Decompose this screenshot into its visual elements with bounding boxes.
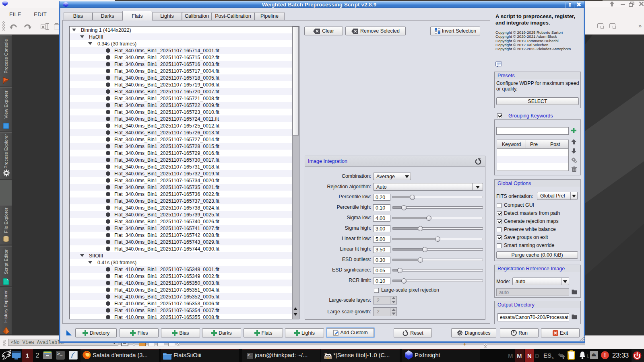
svg-text:x: x: [562, 356, 564, 360]
